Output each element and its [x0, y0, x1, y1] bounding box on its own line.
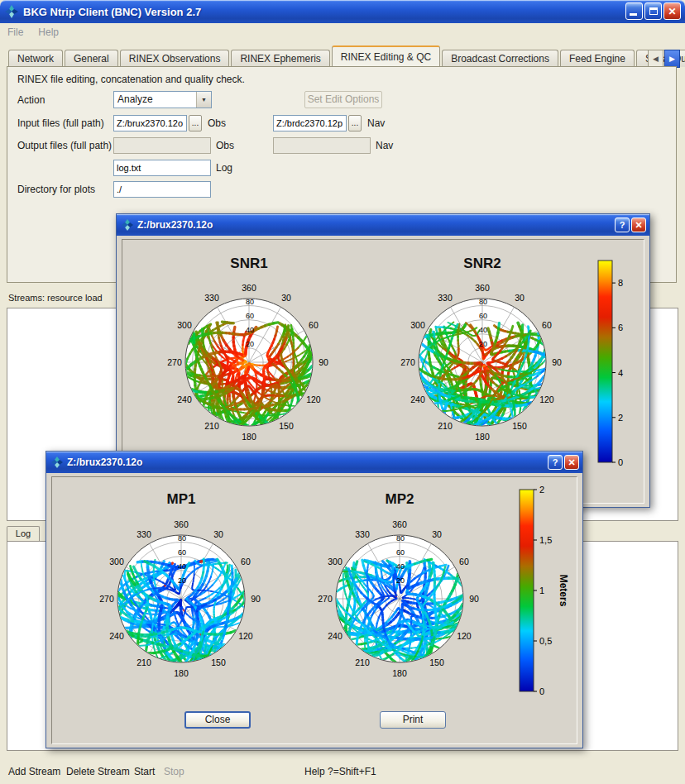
- svg-text:240: 240: [177, 394, 192, 404]
- mp-plot-dialog: Z:/brux2370.12o ? ✕ MP1 MP2 204060803603…: [46, 451, 583, 748]
- svg-text:30: 30: [281, 293, 291, 303]
- action-combobox[interactable]: Analyze ▼: [113, 91, 212, 108]
- close-plot-button[interactable]: Close: [184, 711, 251, 729]
- input-obs-field[interactable]: [113, 115, 187, 131]
- stop-button[interactable]: Stop: [164, 766, 184, 777]
- svg-text:0: 0: [539, 686, 544, 696]
- svg-text:120: 120: [238, 631, 253, 641]
- print-plot-button[interactable]: Print: [380, 711, 446, 729]
- svg-text:300: 300: [410, 320, 425, 330]
- tab-rinex-editing-qc[interactable]: RINEX Editing & QC: [332, 45, 440, 67]
- app-window: BKG Ntrip Client (BNC) Version 2.7 ✕ Fil…: [0, 0, 685, 784]
- mp-colorbar: 21,510,50Meters: [510, 483, 584, 723]
- svg-text:60: 60: [309, 320, 319, 330]
- svg-text:330: 330: [137, 529, 151, 539]
- svg-text:20: 20: [479, 340, 487, 348]
- combo-drop-zone[interactable]: ▼: [196, 92, 211, 108]
- svg-text:300: 300: [328, 557, 342, 566]
- close-icon: ✕: [568, 457, 575, 468]
- mp-dialog-titlebar[interactable]: Z:/brux2370.12o ? ✕: [46, 452, 582, 473]
- input-nav-field[interactable]: [273, 115, 347, 131]
- svg-text:150: 150: [279, 421, 294, 431]
- svg-text:90: 90: [319, 357, 328, 367]
- window-titlebar[interactable]: BKG Ntrip Client (BNC) Version 2.7 ✕: [0, 0, 685, 23]
- output-nav-field[interactable]: [273, 137, 371, 154]
- tab-rinex-observations[interactable]: RINEX Observations: [120, 50, 230, 67]
- svg-text:300: 300: [177, 320, 192, 330]
- nav-label-input: Nav: [367, 117, 385, 129]
- tab-network[interactable]: Network: [8, 50, 63, 67]
- svg-text:2: 2: [618, 413, 623, 423]
- svg-text:60: 60: [178, 548, 186, 557]
- svg-text:360: 360: [475, 283, 490, 293]
- svg-text:210: 210: [204, 421, 219, 431]
- svg-text:270: 270: [167, 357, 182, 367]
- output-obs-field[interactable]: [113, 137, 211, 154]
- svg-text:4: 4: [618, 368, 623, 378]
- log-file-field[interactable]: [113, 160, 211, 176]
- browse-nav-button[interactable]: ...: [348, 115, 362, 131]
- help-button[interactable]: ?: [548, 455, 563, 470]
- plots-dir-label: Directory for plots: [17, 184, 95, 195]
- log-label: Log: [216, 162, 232, 174]
- skyplot-mp2: 2040608036030609012015018021024027030033…: [304, 506, 495, 700]
- help-button[interactable]: ?: [615, 218, 630, 232]
- svg-text:330: 330: [438, 293, 453, 303]
- svg-text:20: 20: [246, 340, 254, 348]
- plots-dir-field[interactable]: [113, 181, 211, 198]
- svg-text:80: 80: [178, 534, 186, 543]
- tab-scroll-left-button[interactable]: ◀: [648, 50, 663, 68]
- svg-text:30: 30: [432, 529, 442, 539]
- menu-file[interactable]: File: [0, 25, 31, 40]
- dialog-close-button[interactable]: ✕: [631, 218, 646, 232]
- snr-dialog-title: Z:/brux2370.12o: [137, 219, 213, 231]
- delete-stream-button[interactable]: Delete Stream: [66, 766, 130, 777]
- tab-feed-engine[interactable]: Feed Engine: [560, 50, 635, 67]
- svg-text:30: 30: [515, 293, 525, 303]
- svg-text:2: 2: [539, 485, 544, 495]
- add-stream-button[interactable]: Add Stream: [8, 766, 60, 777]
- svg-text:150: 150: [512, 421, 527, 431]
- minimize-icon: [630, 13, 637, 16]
- question-icon: ?: [620, 220, 625, 230]
- maximize-button[interactable]: [644, 2, 662, 20]
- browse-obs-button[interactable]: ...: [189, 115, 202, 131]
- input-files-label: Input files (full path): [17, 117, 104, 129]
- start-button[interactable]: Start: [134, 766, 155, 777]
- skyplot-mp1: 2040608036030609012015018021024027030033…: [86, 506, 276, 700]
- set-edit-options-button[interactable]: Set Edit Options: [304, 91, 382, 108]
- svg-text:90: 90: [251, 594, 261, 604]
- nav-label-output: Nav: [376, 140, 393, 151]
- svg-text:Meters: Meters: [558, 575, 569, 607]
- output-files-label: Output files (full path): [17, 140, 112, 151]
- action-label: Action: [17, 94, 45, 106]
- svg-text:80: 80: [479, 298, 487, 306]
- svg-text:40: 40: [178, 562, 186, 571]
- menu-help[interactable]: Help: [31, 25, 66, 40]
- svg-text:40: 40: [396, 562, 405, 571]
- svg-text:80: 80: [396, 534, 405, 543]
- tab-scroll-right-button[interactable]: ▶: [664, 50, 680, 68]
- panel-description: RINEX file editing, concatenation and qu…: [17, 74, 245, 85]
- svg-text:60: 60: [479, 312, 487, 320]
- svg-text:360: 360: [174, 519, 189, 529]
- dialog-close-button[interactable]: ✕: [564, 455, 579, 470]
- help-hint: Help ?=Shift+F1: [304, 766, 376, 777]
- close-button[interactable]: ✕: [663, 2, 681, 20]
- tab-general[interactable]: General: [65, 50, 118, 67]
- svg-text:240: 240: [410, 394, 425, 404]
- svg-text:180: 180: [392, 668, 407, 678]
- obs-label-input: Obs: [208, 117, 226, 129]
- mp1-title: MP1: [86, 491, 276, 508]
- tab-rinex-ephemeris[interactable]: RINEX Ephemeris: [231, 50, 329, 67]
- svg-text:0,5: 0,5: [539, 636, 552, 646]
- svg-text:120: 120: [539, 394, 554, 404]
- svg-text:8: 8: [618, 278, 623, 288]
- snr-dialog-titlebar[interactable]: Z:/brux2370.12o ? ✕: [117, 214, 649, 236]
- log-tab[interactable]: Log: [7, 526, 40, 541]
- arrow-left-icon: ◀: [653, 55, 659, 63]
- minimize-button[interactable]: [625, 2, 643, 20]
- svg-text:60: 60: [459, 557, 469, 566]
- svg-text:270: 270: [99, 594, 114, 604]
- tab-broadcast-corrections[interactable]: Broadcast Corrections: [442, 50, 558, 67]
